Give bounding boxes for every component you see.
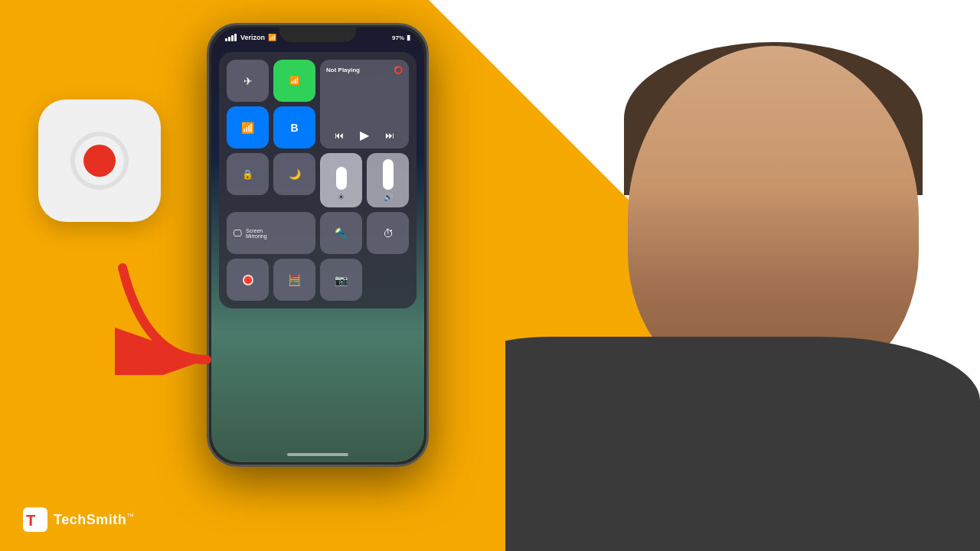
flashlight-icon: 🔦 — [335, 227, 348, 240]
signal-bar-4 — [234, 34, 237, 41]
status-bar-right: 97% ▮ — [392, 34, 410, 41]
volume-slider[interactable]: 🔊 — [367, 153, 409, 207]
media-title: Not Playing — [326, 67, 360, 73]
camera-icon: 📷 — [335, 274, 348, 286]
brightness-fill — [336, 167, 347, 190]
cc-grid: ✈ 📶 Not Playing ⭕ ⏮ ▶ — [227, 60, 409, 301]
record-dot — [243, 275, 253, 285]
brightness-slider[interactable]: ☀ — [320, 153, 362, 207]
calculator-icon: 🧮 — [288, 274, 301, 286]
brightness-icon: ☀ — [338, 193, 345, 201]
person-shirt — [505, 337, 980, 551]
signal-bar-1 — [225, 38, 227, 41]
app-icon — [38, 99, 161, 222]
network-button[interactable]: 📶 — [273, 60, 315, 102]
techsmith-brand-text: TechSmith™ — [54, 512, 135, 528]
screen-mirror-button[interactable]: 🖵 ScreenMirroring — [227, 212, 315, 254]
phone-body: Verizon 📶 97% ▮ ✈ 📶 — [207, 23, 429, 467]
screen-mirror-label: ScreenMirroring — [246, 228, 267, 239]
media-control[interactable]: Not Playing ⭕ ⏮ ▶ ⏭ — [320, 60, 409, 148]
app-icon-outer-ring — [70, 132, 129, 190]
status-bar-left: Verizon 📶 — [225, 34, 276, 41]
orientation-icon: 🔒 — [242, 169, 253, 180]
wifi-button[interactable]: 📶 — [227, 106, 269, 148]
camera-button[interactable]: 📷 — [320, 259, 362, 301]
signal-bars — [225, 34, 237, 41]
timer-button[interactable]: ⏱ — [367, 212, 409, 254]
prev-track-button[interactable]: ⏮ — [335, 130, 344, 141]
app-icon-inner — [69, 130, 130, 191]
media-top: Not Playing ⭕ — [326, 66, 403, 74]
calculator-button[interactable]: 🧮 — [273, 259, 315, 301]
carrier-name: Verizon — [240, 34, 265, 41]
app-icon-dot — [83, 145, 116, 177]
bluetooth-icon: B — [290, 122, 298, 134]
next-track-button[interactable]: ⏭ — [385, 130, 394, 141]
network-icon: 📶 — [289, 76, 300, 86]
phone-screen: Verizon 📶 97% ▮ ✈ 📶 — [211, 28, 424, 462]
trademark-symbol: ™ — [126, 512, 135, 520]
wifi-status-icon: 📶 — [268, 34, 276, 41]
screen-record-button[interactable] — [227, 259, 269, 301]
control-center: ✈ 📶 Not Playing ⭕ ⏮ ▶ — [219, 52, 416, 308]
wifi-icon: 📶 — [241, 122, 254, 134]
person-background — [505, 0, 980, 551]
arrow-container — [107, 253, 230, 378]
battery-icon: ▮ — [407, 34, 410, 41]
airplay-icon[interactable]: ⭕ — [394, 66, 403, 74]
techsmith-logo: T TechSmith™ — [23, 507, 135, 532]
do-not-disturb-button[interactable]: 🌙 — [273, 153, 315, 195]
arrow-icon — [107, 253, 230, 375]
media-controls: ⏮ ▶ ⏭ — [326, 128, 403, 142]
signal-bar-2 — [228, 37, 230, 41]
battery-percent: 97% — [392, 34, 404, 41]
phone-container: Verizon 📶 97% ▮ ✈ 📶 — [207, 23, 429, 467]
moon-icon: 🌙 — [289, 168, 301, 180]
volume-fill — [383, 159, 394, 190]
airplane-mode-button[interactable]: ✈ — [227, 60, 269, 102]
volume-icon: 🔊 — [384, 193, 393, 201]
phone-notch — [279, 25, 356, 42]
techsmith-icon: T — [23, 507, 47, 532]
svg-text:T: T — [26, 512, 35, 529]
signal-bar-3 — [231, 35, 234, 41]
timer-icon: ⏱ — [383, 227, 394, 240]
app-icon-container — [38, 99, 176, 237]
bluetooth-button[interactable]: B — [273, 106, 315, 148]
play-button[interactable]: ▶ — [360, 128, 369, 142]
flashlight-button[interactable]: 🔦 — [320, 212, 362, 254]
screen-mirror-icon: 🖵 — [233, 228, 242, 239]
orientation-lock-button[interactable]: 🔒 — [227, 153, 269, 195]
home-indicator — [287, 453, 348, 456]
airplane-icon: ✈ — [243, 75, 253, 87]
